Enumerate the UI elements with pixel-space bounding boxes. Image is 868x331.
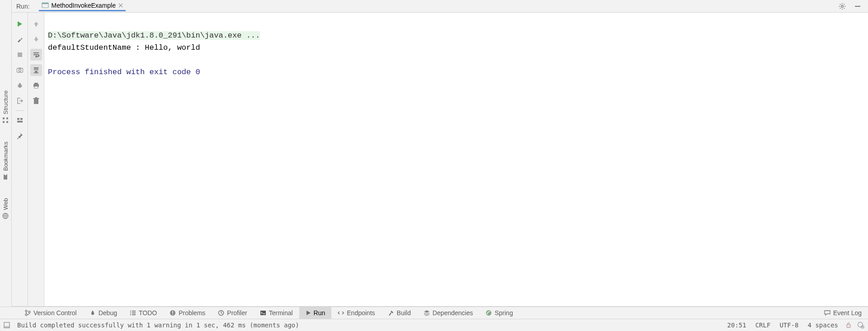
tool-bookmarks[interactable]: Bookmarks <box>2 142 9 180</box>
run-config-name: MethodInvokeExample <box>52 2 116 9</box>
exit-icon <box>16 97 24 104</box>
bookmarks-label: Bookmarks <box>2 142 9 171</box>
scroll-end-icon <box>33 66 40 74</box>
svg-point-23 <box>19 83 21 85</box>
svg-rect-46 <box>130 314 131 315</box>
soft-wrap-icon <box>33 51 40 58</box>
dump-threads-button[interactable] <box>14 80 26 91</box>
tool-windows-button[interactable] <box>4 322 10 328</box>
down-stack-button[interactable] <box>30 33 42 45</box>
svg-rect-47 <box>132 314 136 315</box>
tab-spring[interactable]: Spring <box>479 307 519 319</box>
ide-status-widget[interactable] <box>857 322 864 329</box>
minimize-icon <box>854 3 861 10</box>
svg-rect-52 <box>260 311 266 315</box>
tab-label: Event Log <box>833 309 862 317</box>
modify-run-config-button[interactable] <box>14 33 26 45</box>
spring-icon <box>486 310 492 316</box>
svg-rect-28 <box>17 118 19 120</box>
ide-status-icon <box>857 322 864 329</box>
print-button[interactable] <box>30 80 42 91</box>
tab-label: Dependencies <box>433 309 473 317</box>
console-output[interactable]: D:\Software\Java\jdk1.8.0_291\bin\java.e… <box>44 13 868 306</box>
readonly-toggle[interactable] <box>845 322 852 328</box>
svg-rect-45 <box>132 312 136 313</box>
svg-line-16 <box>844 4 844 5</box>
application-icon <box>42 2 49 9</box>
svg-rect-7 <box>42 3 48 4</box>
tool-web[interactable]: Web <box>2 198 9 219</box>
status-encoding[interactable]: UTF-8 <box>778 322 800 329</box>
wrench-icon <box>16 36 24 43</box>
tab-version-control[interactable]: Version Control <box>18 307 83 319</box>
up-stack-button[interactable] <box>30 18 42 30</box>
svg-rect-30 <box>17 121 23 123</box>
svg-rect-31 <box>34 83 38 84</box>
tab-dependencies[interactable]: Dependencies <box>417 307 480 319</box>
tab-todo[interactable]: TODO <box>123 307 163 319</box>
tab-label: Spring <box>495 309 513 317</box>
svg-line-13 <box>840 4 840 5</box>
svg-line-25 <box>21 85 22 85</box>
rerun-button[interactable] <box>14 18 26 30</box>
status-time[interactable]: 20:51 <box>726 322 748 329</box>
run-config-tab[interactable]: MethodInvokeExample <box>39 1 126 11</box>
layout-icon <box>16 117 24 124</box>
tab-label: Profiler <box>227 309 247 317</box>
tab-profiler[interactable]: Profiler <box>212 307 253 319</box>
clear-all-button[interactable] <box>30 95 42 107</box>
list-icon <box>130 310 136 316</box>
exit-button[interactable] <box>14 95 26 107</box>
tab-run[interactable]: Run <box>299 307 332 319</box>
svg-rect-1 <box>7 118 9 119</box>
status-indent[interactable]: 4 spaces <box>806 322 840 329</box>
svg-rect-34 <box>34 99 38 104</box>
svg-rect-33 <box>34 86 38 88</box>
run-actions-gutter <box>12 13 28 306</box>
status-linesep[interactable]: CRLF <box>754 322 773 329</box>
settings-button[interactable] <box>836 0 848 12</box>
console-actions-gutter <box>28 13 44 306</box>
svg-rect-50 <box>172 314 173 315</box>
print-icon <box>33 82 40 89</box>
svg-line-27 <box>21 86 22 87</box>
svg-point-20 <box>19 69 21 71</box>
tab-build[interactable]: Build <box>382 307 417 319</box>
tool-structure[interactable]: Structure <box>2 90 9 123</box>
scroll-to-end-button[interactable] <box>30 64 42 76</box>
pin-button[interactable] <box>14 130 26 142</box>
camera-icon <box>16 66 24 74</box>
console-output-line: defaultStudentName : Hello, world <box>48 43 200 52</box>
svg-point-53 <box>486 310 491 316</box>
hide-panel-button[interactable] <box>852 0 863 12</box>
tab-label: Terminal <box>269 309 293 317</box>
bookmark-icon <box>3 174 9 180</box>
svg-rect-35 <box>33 98 39 99</box>
svg-rect-3 <box>3 118 5 119</box>
svg-point-39 <box>28 311 30 313</box>
svg-rect-56 <box>847 325 850 327</box>
layers-icon <box>424 310 430 316</box>
tab-terminal[interactable]: Terminal <box>254 307 299 319</box>
svg-line-24 <box>18 85 19 85</box>
tab-label: TODO <box>139 309 157 317</box>
tab-event-log[interactable]: Event Log <box>818 307 868 319</box>
screenshot-button[interactable] <box>14 64 26 76</box>
console-exit-line: Process finished with exit code 0 <box>48 68 200 76</box>
tab-debug[interactable]: Debug <box>83 307 123 319</box>
run-panel-label: Run: <box>16 3 30 10</box>
tab-endpoints[interactable]: Endpoints <box>331 307 381 319</box>
close-tab-icon[interactable] <box>118 3 123 8</box>
svg-rect-21 <box>19 68 21 69</box>
play-icon <box>306 310 311 316</box>
terminal-icon <box>260 310 266 316</box>
soft-wrap-button[interactable] <box>30 49 42 61</box>
layout-button[interactable] <box>14 114 26 126</box>
tab-label: Build <box>397 309 411 317</box>
tab-problems[interactable]: Problems <box>163 307 212 319</box>
svg-rect-0 <box>7 121 9 123</box>
run-panel-header: Run: MethodInvokeExample <box>12 0 868 13</box>
globe-icon <box>3 213 9 219</box>
stop-button[interactable] <box>14 49 26 61</box>
pin-icon <box>16 132 24 139</box>
